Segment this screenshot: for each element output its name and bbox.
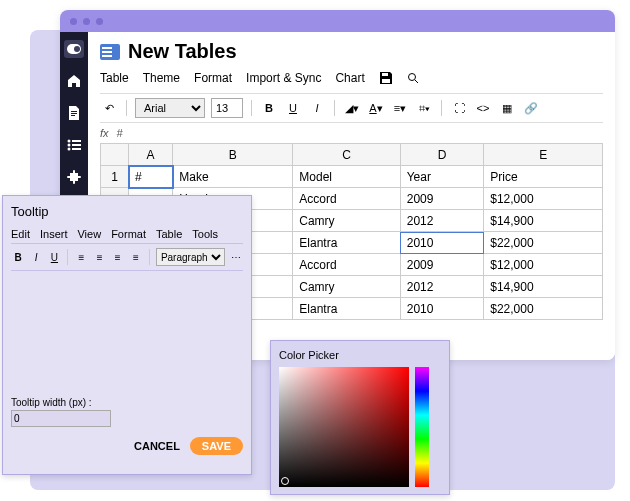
cell[interactable]: # [129, 166, 173, 188]
tt-bold-icon[interactable]: B [11, 249, 25, 265]
align-icon[interactable]: ≡▾ [391, 99, 409, 117]
cell[interactable]: Price [484, 166, 603, 188]
cell[interactable]: 2009 [400, 254, 484, 276]
sidebar-list-icon[interactable] [64, 136, 84, 154]
cell[interactable]: 2012 [400, 276, 484, 298]
cell[interactable]: Camry [293, 276, 400, 298]
tt-paragraph-select[interactable]: Paragraph [156, 248, 225, 266]
tt-menu-format[interactable]: Format [111, 228, 146, 240]
tt-more-icon[interactable]: ⋯ [229, 249, 243, 265]
tt-underline-icon[interactable]: U [47, 249, 61, 265]
cell[interactable]: $12,000 [484, 188, 603, 210]
save-icon[interactable] [379, 71, 393, 85]
svg-point-1 [74, 46, 80, 52]
sidebar-document-icon[interactable] [64, 104, 84, 122]
tt-menu-tools[interactable]: Tools [192, 228, 218, 240]
tt-menu-table[interactable]: Table [156, 228, 182, 240]
tt-menu-edit[interactable]: Edit [11, 228, 30, 240]
font-size-input[interactable] [211, 98, 243, 118]
cell[interactable]: $22,000 [484, 298, 603, 320]
menu-chart[interactable]: Chart [335, 71, 364, 85]
font-family-select[interactable]: Arial [135, 98, 205, 118]
cell[interactable]: 2009 [400, 188, 484, 210]
formula-bar: fx # [100, 123, 603, 143]
window-dot [96, 18, 103, 25]
cell[interactable]: 2010 [400, 298, 484, 320]
cell[interactable]: 2012 [400, 210, 484, 232]
svg-rect-10 [72, 148, 81, 150]
tt-align-right-icon[interactable]: ≡ [111, 249, 125, 265]
tt-menu-insert[interactable]: Insert [40, 228, 68, 240]
text-color-icon[interactable]: A▾ [367, 99, 385, 117]
tt-align-center-icon[interactable]: ≡ [93, 249, 107, 265]
svg-point-5 [68, 140, 71, 143]
cell[interactable]: Camry [293, 210, 400, 232]
svg-point-9 [68, 148, 71, 151]
sidebar-toggle-icon[interactable] [64, 40, 84, 58]
undo-icon[interactable]: ↶ [100, 99, 118, 117]
border-icon[interactable]: ⌗▾ [415, 99, 433, 117]
svg-rect-14 [382, 79, 390, 83]
toolbar: ↶ Arial B U I ◢▾ A▾ ≡▾ ⌗▾ ⛶ <> ▦ 🔗 [100, 93, 603, 123]
cell[interactable]: Make [173, 166, 293, 188]
tooltip-editor[interactable] [11, 271, 243, 391]
bold-icon[interactable]: B [260, 99, 278, 117]
col-header[interactable]: E [484, 144, 603, 166]
cell[interactable]: 2010 [400, 232, 484, 254]
save-button[interactable]: SAVE [190, 437, 243, 455]
tooltip-width-input[interactable] [11, 410, 111, 427]
color-cursor-icon[interactable] [281, 477, 289, 485]
tt-menu-view[interactable]: View [77, 228, 101, 240]
tooltip-toolbar: B I U ≡ ≡ ≡ ≡ Paragraph ⋯ [11, 244, 243, 271]
sidebar-home-icon[interactable] [64, 72, 84, 90]
cell[interactable]: Elantra [293, 298, 400, 320]
cell[interactable]: Year [400, 166, 484, 188]
fx-symbol: fx [100, 127, 109, 139]
cell[interactable]: $12,000 [484, 254, 603, 276]
tt-align-left-icon[interactable]: ≡ [74, 249, 88, 265]
cell[interactable]: $14,900 [484, 210, 603, 232]
cell[interactable]: Elantra [293, 232, 400, 254]
color-saturation-area[interactable] [279, 367, 409, 487]
expand-icon[interactable]: ⛶ [450, 99, 468, 117]
col-header[interactable]: B [173, 144, 293, 166]
sidebar-puzzle-icon[interactable] [64, 168, 84, 186]
fx-value[interactable]: # [117, 127, 123, 139]
tt-italic-icon[interactable]: I [29, 249, 43, 265]
col-header[interactable]: A [129, 144, 173, 166]
underline-icon[interactable]: U [284, 99, 302, 117]
search-icon[interactable] [407, 72, 419, 84]
row-number[interactable]: 1 [101, 166, 129, 188]
svg-rect-6 [72, 140, 81, 142]
color-picker-panel: Color Picker [270, 340, 450, 495]
color-hue-slider[interactable] [415, 367, 429, 487]
tt-align-justify-icon[interactable]: ≡ [129, 249, 143, 265]
fill-color-icon[interactable]: ◢▾ [343, 99, 361, 117]
cell[interactable]: Model [293, 166, 400, 188]
cell[interactable]: Accord [293, 188, 400, 210]
tooltip-title: Tooltip [11, 204, 243, 219]
tooltip-menubar: Edit Insert View Format Table Tools [11, 225, 243, 244]
svg-rect-4 [71, 115, 75, 116]
svg-point-15 [408, 74, 415, 81]
link-icon[interactable]: 🔗 [522, 99, 540, 117]
corner-cell[interactable] [101, 144, 129, 166]
window-dot [83, 18, 90, 25]
svg-rect-13 [382, 73, 388, 76]
cancel-button[interactable]: CANCEL [134, 440, 180, 452]
menu-theme[interactable]: Theme [143, 71, 180, 85]
window-dot [70, 18, 77, 25]
grid-icon[interactable]: ▦ [498, 99, 516, 117]
cell[interactable]: Accord [293, 254, 400, 276]
cell[interactable]: $14,900 [484, 276, 603, 298]
svg-point-7 [68, 144, 71, 147]
col-header[interactable]: C [293, 144, 400, 166]
col-header[interactable]: D [400, 144, 484, 166]
code-icon[interactable]: <> [474, 99, 492, 117]
menu-import-sync[interactable]: Import & Sync [246, 71, 321, 85]
svg-rect-8 [72, 144, 81, 146]
menu-format[interactable]: Format [194, 71, 232, 85]
cell[interactable]: $22,000 [484, 232, 603, 254]
menu-table[interactable]: Table [100, 71, 129, 85]
italic-icon[interactable]: I [308, 99, 326, 117]
